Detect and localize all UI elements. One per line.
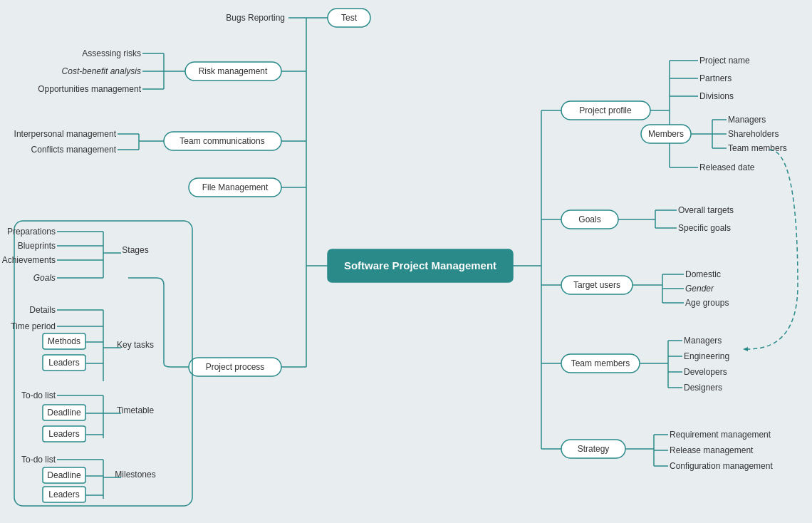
center-node-label: Software Project Management [344,259,496,271]
todo-timetable: To-do list [21,390,56,400]
assessing-risks: Assessing risks [82,48,141,58]
methods-keytasks: Methods [48,336,80,346]
members-node: Members [648,129,684,139]
risk-management-node: Risk management [199,66,268,76]
leaders-keytasks: Leaders [48,358,79,368]
project-process-node: Project process [206,362,265,372]
opportunities-mgmt: Opportunities management [38,84,141,94]
divisions: Divisions [699,91,734,101]
team-communications-node: Team communications [179,136,264,146]
domestic: Domestic [685,269,721,279]
goals-node: Goals [578,214,600,224]
specific-goals: Specific goals [678,223,731,233]
blueprints: Blueprints [18,241,56,251]
details: Details [29,305,56,315]
designers: Designers [684,383,722,393]
age-groups: Age groups [685,298,729,308]
timetable-label: Timetable [117,405,155,415]
engineering: Engineering [684,351,729,361]
overall-targets: Overall targets [678,205,734,215]
release-mgmt: Release management [670,445,754,455]
project-name: Project name [699,56,750,66]
time-period: Time period [11,321,56,331]
released-date: Released date [699,162,755,172]
deadline-timetable: Deadline [47,408,81,418]
partners: Partners [699,73,732,83]
gender: Gender [685,284,714,294]
mindmap-diagram: Software Project Management Bugs Reporti… [0,0,812,523]
preparations: Preparations [7,227,56,237]
managers-team: Managers [684,336,722,346]
file-management-node: File Management [202,182,269,192]
requirement-mgmt: Requirement management [670,430,771,440]
team-members-node: Team members [571,358,630,368]
strategy-node: Strategy [578,444,610,454]
shareholders: Shareholders [728,129,779,139]
test-node: Test [341,13,358,23]
configuration-mgmt: Configuration management [670,461,773,471]
goals-stages: Goals [33,273,56,283]
cost-benefit: Cost-benefit analysis [62,66,141,76]
project-profile-node: Project profile [579,105,632,115]
team-members-sub: Team members [728,143,787,153]
leaders-timetable: Leaders [48,429,79,439]
todo-milestones: To-do list [21,455,56,465]
interpersonal-mgmt: Interpersonal management [14,129,117,139]
bugs-reporting-label: Bugs Reporting [226,13,285,23]
developers: Developers [684,367,727,377]
deadline-milestones: Deadline [47,470,81,480]
achievements: Achievements [2,255,56,265]
stages-label: Stages [122,245,148,255]
milestones-label: Milestones [115,470,155,480]
conflicts-mgmt: Conflicts management [31,145,117,155]
key-tasks-label: Key tasks [117,340,154,350]
target-users-node: Target users [573,280,620,290]
managers-members: Managers [728,115,766,125]
leaders-milestones: Leaders [48,490,79,499]
